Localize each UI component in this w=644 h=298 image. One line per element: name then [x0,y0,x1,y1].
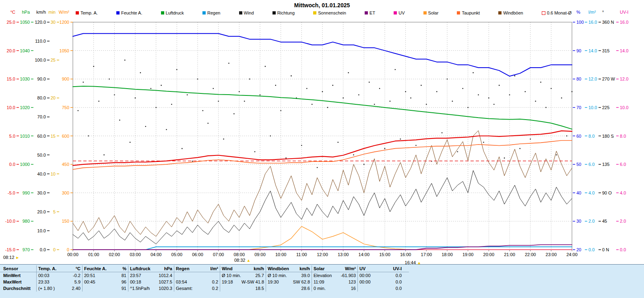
cell-value: 5.9 [74,279,80,284]
cell-temp-a-maxwert: 23:335.9 [36,279,82,285]
table-header-uv: UVUV-I [357,265,403,272]
cell-info: 03:54 [176,279,187,284]
cell-info: Ø 10 min. [268,273,287,278]
cell-info: Ø 10 min. [222,273,241,278]
cell-info: 23:33 [38,279,50,284]
cell-wind-maxwert: 19:18W-SW 41.8 [220,279,266,285]
table-header-feuchte-a: Feuchte A.% [82,265,128,272]
cell-info: 00:00 [359,279,371,284]
cell-value: 16 [351,286,356,291]
cell-luftdruck-minwert: 23:571012.4 [128,272,174,279]
cell-info: 19:18 [222,279,233,284]
cell-value: SW 62.8 [293,279,310,284]
cell-value: 1012.4 [159,273,172,278]
cell-info: ^1.5hPa/h [130,286,150,291]
sensor-unit: W/m² [345,266,356,271]
sensor-unit: l/m² [210,266,218,271]
cell-value: 0.0 [396,286,402,291]
cell-info: 11:09 [314,279,324,284]
cell-regen-maxwert: 03:540.2 [174,279,220,285]
sensor-name: Wind [222,266,233,271]
chart-plot [0,0,644,298]
cell-info: Elevation [314,273,332,278]
cell-temp-a-durchschnitt: (+ 1.80 )2.40 [36,285,82,292]
weather-day-chart: Mittwoch, 01.01.2025 Temp. A.Feuchte A.L… [0,0,644,298]
cell-info: 00:45 [84,279,95,284]
table-header-regen: Regenl/m² [174,265,220,272]
sensor-name: Regen [176,266,190,271]
cell-uv-durchschnitt: 0.0 [357,285,403,292]
table-header-luftdruck: LuftdruckhPa [128,265,174,272]
cell-value: 28.6 [301,286,310,291]
cell-info: Gesamt: [176,286,193,291]
cell-value: 0.0 [396,279,402,284]
cell-value: 96 [122,279,126,284]
cell-value: 39.0 [301,273,310,278]
table-header-solar: SolarW/m² [312,265,357,272]
cell-value: 25.7 [256,273,264,278]
cell-info: 00:00 [359,273,371,278]
cell-value: 1020.3 [159,286,172,291]
cell-value: 18.5 [256,286,264,291]
cell-value: 2.40 [72,286,80,291]
stats-table: SensorTemp. A.°CFeuchte A.%LuftdruckhPaR… [0,264,644,298]
cell-info: 0 min. [314,286,326,291]
cell-info: 19:30 [268,279,279,284]
cell-feuchte-a-maxwert: 00:4596 [82,279,128,285]
sensor-name: Solar [314,266,325,271]
cell-solar-durchschnitt: 0 min.16 [312,285,357,292]
cell-value: 0.2 [212,279,218,284]
cell-uv-maxwert: 00:000.0 [357,279,403,285]
table-header-windb-en: Windböenkm/h [266,265,312,272]
sensor-name: UV [359,266,365,271]
table-row: MaxWert23:335.900:459600:181027.503:540.… [0,279,409,285]
sensor-unit: UV-I [393,266,402,271]
table-row: Durchschnitt(+ 1.80 )2.4091^1.5hPa/h1020… [0,285,409,292]
table-header-wind: Windkm/h [220,265,266,272]
cell-windb-en-minwert: Ø 10 min.39.0 [266,272,312,279]
cell-wind-minwert: Ø 10 min.25.7 [220,272,266,279]
table-corner: Sensor [0,266,36,271]
row-label-minwert: MinWert [0,273,36,278]
cell-info: 00:03 [38,273,50,278]
cell-luftdruck-durchschnitt: ^1.5hPa/h1020.3 [128,285,174,292]
cell-value: 81 [122,273,126,278]
sensor-unit: hPa [164,266,172,271]
cell-luftdruck-maxwert: 00:181027.5 [128,279,174,285]
sensor-name: Temp. A. [38,266,56,271]
cell-info: 00:18 [130,279,141,284]
sensor-unit: km/h [299,266,310,271]
cell-value: 123 [349,279,356,284]
cell-windb-en-maxwert: 19:30SW 62.8 [266,279,312,285]
cell-value: 0.0 [396,273,402,278]
cell-feuchte-a-durchschnitt: 91 [82,285,128,292]
cell-temp-a-minwert: 00:03-0.2 [36,272,82,279]
cell-value: 91 [122,286,126,291]
cell-value: -0.2 [73,273,80,278]
sensor-unit: km/h [254,266,264,271]
sensor-name: Windböen [268,266,289,271]
cell-wind-durchschnitt: 18.5 [220,285,266,292]
cell-regen-minwert [174,272,220,279]
cell-value: 1027.5 [159,279,172,284]
cell-value: 0.2 [212,286,218,291]
table-row: MinWert00:03-0.220:518123:571012.4Ø 10 m… [0,272,409,279]
cell-solar-minwert: Elevation-61.903 [312,272,357,279]
sensor-name: Luftdruck [130,266,151,271]
row-label-maxwert: MaxWert [0,279,36,284]
cell-value: W-SW 41.8 [242,279,264,284]
cell-feuchte-a-minwert: 20:5181 [82,272,128,279]
cell-uv-minwert: 00:000.0 [357,272,403,279]
cell-info: 23:57 [130,273,141,278]
table-header-temp-a: Temp. A.°C [36,265,82,272]
cell-value: -61.903 [341,273,356,278]
cell-regen-durchschnitt: Gesamt:0.2 [174,285,220,292]
row-label-durchschnitt: Durchschnitt [0,286,36,291]
cell-solar-maxwert: 11:09123 [312,279,357,285]
table-header-row: SensorTemp. A.°CFeuchte A.%LuftdruckhPaR… [0,265,409,272]
sensor-unit: °C [76,266,80,271]
cell-info: (+ 1.80 ) [38,286,55,291]
sensor-unit: % [122,266,126,271]
cell-info: 20:51 [84,273,95,278]
sensor-name: Feuchte A. [84,266,107,271]
